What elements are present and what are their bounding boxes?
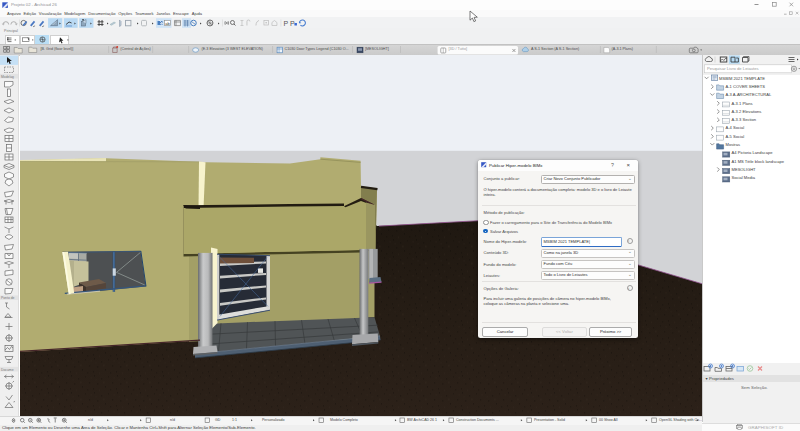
svg-text:Ponto de: Ponto de [1,296,15,300]
svg-text:ab: ab [165,21,170,26]
svg-text:P: P [290,19,295,26]
svg-text:Modelag: Modelag [1,74,14,78]
svg-text:Docume: Docume [1,367,14,371]
svg-text:P: P [283,19,288,26]
